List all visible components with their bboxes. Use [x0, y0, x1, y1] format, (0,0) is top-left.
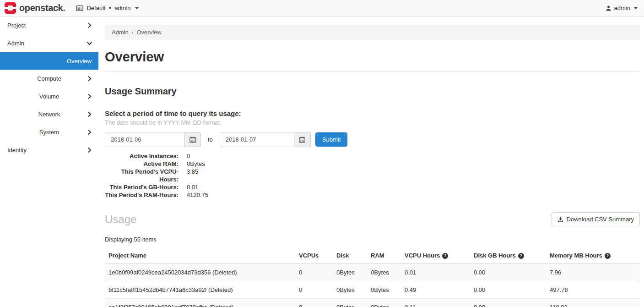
topbar: openstack. Default ● admin admin: [0, 0, 644, 16]
chevron-right-icon: [87, 22, 92, 28]
cell-disk: 0Bytes: [333, 281, 367, 299]
stat-value: 3.85: [187, 168, 198, 183]
table-row: 1e0b0f99af0249cea24502034d73d356 (Delete…: [105, 264, 640, 281]
date-format-hint: The date should be in YYYY-MM-DD format.: [105, 119, 640, 126]
title-divider: [105, 71, 640, 72]
context-separator-icon: ●: [109, 6, 111, 10]
user-menu-label: admin: [614, 5, 630, 11]
sidebar-item-label: Compute: [37, 75, 61, 82]
breadcrumb-current: Overview: [136, 29, 161, 36]
projects-list-icon: [76, 5, 83, 11]
cell-disk-gb-hours: 0.00: [470, 264, 546, 281]
sidebar-item-label: Overview: [67, 58, 92, 65]
cell-vcpus: 0: [295, 299, 333, 307]
chevron-right-icon: [87, 111, 92, 117]
sidebar-item-system[interactable]: System: [0, 123, 98, 141]
sidebar-item-label: Network: [38, 111, 60, 118]
column-vcpu-hours[interactable]: VCPU Hours?: [401, 247, 470, 264]
calendar-icon[interactable]: [184, 132, 201, 147]
sidebar-item-volume[interactable]: Volume: [0, 88, 98, 105]
sidebar-item-label: Project: [7, 22, 26, 29]
chevron-down-icon: [634, 7, 638, 9]
sidebar-item-network[interactable]: Network: [0, 105, 98, 123]
cell-memory-mb-hours: 497.78: [546, 281, 640, 299]
chevron-right-icon: [87, 76, 92, 82]
chevron-right-icon: [87, 93, 92, 99]
date-query-prompt: Select a period of time to query its usa…: [105, 110, 640, 117]
usage-table: Project Name VCPUs Disk RAM VCPU Hours? …: [105, 247, 640, 307]
stat-active-ram: Active RAM: 0Bytes: [105, 160, 640, 168]
cell-vcpu-hours: 0.01: [401, 264, 470, 281]
page-title: Overview: [105, 49, 640, 65]
stat-value: 0Bytes: [187, 160, 205, 168]
sidebar-item-project[interactable]: Project: [0, 16, 98, 34]
date-to-group: [220, 132, 311, 147]
cell-vcpus: 0: [295, 264, 333, 281]
stat-vcpu-hours: This Period's VCPU-Hours: 3.85: [105, 168, 640, 183]
cell-ram: 0Bytes: [367, 264, 401, 281]
cell-ram: 0Bytes: [367, 281, 401, 299]
sidebar-item-overview[interactable]: Overview: [0, 52, 98, 70]
date-from-input[interactable]: [105, 132, 184, 147]
stat-label: This Period's GB-Hours:: [105, 183, 179, 191]
calendar-icon[interactable]: [294, 132, 311, 147]
submit-button[interactable]: Submit: [315, 132, 347, 147]
openstack-brand[interactable]: openstack.: [5, 2, 65, 14]
sidebar-item-label: Volume: [39, 93, 59, 100]
cell-disk-gb-hours: 0.00: [470, 299, 546, 307]
chevron-down-icon: [87, 40, 92, 46]
column-disk-gb-hours[interactable]: Disk GB Hours?: [470, 247, 546, 264]
sidebar-item-label: Admin: [7, 40, 24, 47]
help-icon[interactable]: ?: [442, 253, 448, 259]
usage-table-header: Usage Download CSV Summary: [105, 212, 640, 226]
download-csv-label: Download CSV Summary: [567, 216, 634, 223]
breadcrumb: Admin/Overview: [105, 25, 640, 40]
date-range-form: to Submit: [105, 132, 640, 147]
brand-wordmark: openstack.: [19, 3, 65, 13]
cell-vcpu-hours: 0.11: [401, 299, 470, 307]
sidebar-item-label: Identity: [7, 147, 27, 154]
date-to-input[interactable]: [220, 132, 294, 147]
user-menu[interactable]: admin: [606, 5, 638, 11]
breadcrumb-admin-link[interactable]: Admin: [112, 29, 129, 36]
stat-label: This Period's RAM-Hours:: [105, 191, 179, 199]
cell-project-name: ea1f2f357c09465eb6991edf7079efbe (Delete…: [105, 299, 295, 307]
usage-heading: Usage: [105, 213, 136, 226]
cell-memory-mb-hours: 7.96: [546, 264, 640, 281]
cell-vcpus: 0: [295, 281, 333, 299]
items-count: Displaying 55 items: [105, 236, 640, 243]
column-memory-mb-hours[interactable]: Memory MB Hours?: [546, 247, 640, 264]
to-label: to: [208, 136, 213, 143]
cell-vcpu-hours: 0.49: [401, 281, 470, 299]
stat-label: Active Instances:: [105, 152, 179, 160]
column-ram[interactable]: RAM: [367, 247, 401, 264]
column-project-name[interactable]: Project Name: [105, 247, 295, 264]
sidebar-item-identity[interactable]: Identity: [0, 141, 98, 159]
stat-ram-hours: This Period's RAM-Hours: 4120.75: [105, 191, 640, 199]
table-row: bf11c5fa0f1b452db4b7741a6c33a92f (Delete…: [105, 281, 640, 299]
help-icon[interactable]: ?: [518, 253, 524, 259]
chevron-right-icon: [87, 129, 92, 135]
stat-value: 0: [187, 152, 190, 160]
stat-value: 0.01: [187, 183, 198, 191]
cell-ram: 0Bytes: [367, 299, 401, 307]
stat-active-instances: Active Instances: 0: [105, 152, 640, 160]
context-switcher[interactable]: Default ● admin: [76, 5, 138, 11]
sidebar-item-admin[interactable]: Admin: [0, 34, 98, 52]
sidebar: Project Admin Overview Compute Volume: [0, 16, 98, 159]
main-content: Admin/Overview Overview Usage Summary Se…: [105, 16, 640, 307]
column-vcpus[interactable]: VCPUs: [295, 247, 333, 264]
sidebar-item-compute[interactable]: Compute: [0, 70, 98, 88]
table-header-row: Project Name VCPUs Disk RAM VCPU Hours? …: [105, 247, 640, 264]
cell-project-name: bf11c5fa0f1b452db4b7741a6c33a92f (Delete…: [105, 281, 295, 299]
usage-stats: Active Instances: 0 Active RAM: 0Bytes T…: [105, 152, 640, 199]
user-icon: [606, 5, 612, 11]
download-csv-button[interactable]: Download CSV Summary: [552, 212, 640, 226]
cell-memory-mb-hours: 110.93: [546, 299, 640, 307]
column-disk[interactable]: Disk: [333, 247, 367, 264]
stat-gb-hours: This Period's GB-Hours: 0.01: [105, 183, 640, 191]
chevron-down-icon: [135, 7, 139, 9]
cell-project-name: 1e0b0f99af0249cea24502034d73d356 (Delete…: [105, 264, 295, 281]
cell-disk: 0Bytes: [333, 299, 367, 307]
help-icon[interactable]: ?: [605, 253, 611, 259]
